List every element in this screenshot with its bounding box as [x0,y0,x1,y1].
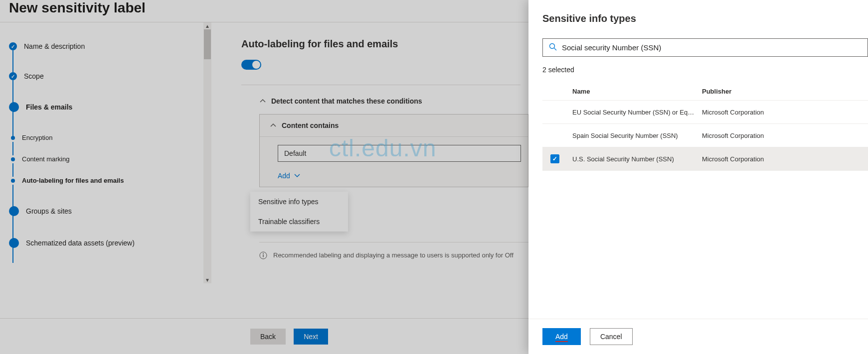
wizard-background: New sensitivity label ▲ ▼ Name & descrip… [0,0,528,354]
scroll-up-arrow-icon[interactable]: ▲ [205,23,210,28]
step-content-marking[interactable]: Content marking [9,155,206,163]
check-icon [9,42,17,50]
next-button[interactable]: Next [294,329,328,345]
row-publisher: Microsoft Corporation [702,155,868,163]
panel-add-button[interactable]: Add [542,328,581,345]
substep-dot-icon [11,179,15,183]
table-header: Name Publisher [542,83,868,101]
step-dot-icon [9,206,19,216]
menu-item-trainable-classifiers[interactable]: Trainable classifiers [250,212,348,232]
menu-item-sensitive-info-types[interactable]: Sensitive info types [250,192,348,212]
chevron-up-icon [270,122,277,129]
row-name: Spain Social Security Number (SSN) [572,132,702,139]
search-box[interactable] [542,38,868,57]
chevron-down-icon [294,172,300,180]
wizard-steps-column: ▲ ▼ Name & description Scope [0,22,211,353]
scroll-down-arrow-icon[interactable]: ▼ [205,277,210,282]
row-name: U.S. Social Security Number (SSN) [572,155,702,163]
check-icon [9,72,17,80]
content-column: Auto-labeling for files and emails Detec… [211,22,528,353]
step-current-icon [9,102,19,112]
panel-footer: Add Cancel [528,319,868,354]
step-scope[interactable]: Scope [9,72,206,80]
search-input[interactable] [562,43,862,52]
table-row[interactable]: EU Social Security Number (SSN) or Equ… … [542,101,868,124]
table-row[interactable]: U.S. Social Security Number (SSN) Micros… [542,147,868,171]
detect-conditions-header[interactable]: Detect content that matches these condit… [259,97,528,105]
page-title: New sensitivity label [0,0,528,22]
chevron-up-icon [259,98,266,105]
panel-cancel-button[interactable]: Cancel [590,328,633,345]
substep-dot-icon [11,136,15,140]
substep-dot-icon [11,157,15,161]
step-autolabeling[interactable]: Auto-labeling for files and emails [9,177,206,184]
column-header-name[interactable]: Name [572,88,702,95]
content-heading: Auto-labeling for files and emails [241,38,528,50]
wizard-footer: Back Next [0,318,528,354]
selected-count: 2 selected [542,66,868,74]
content-contains-header[interactable]: Content contains [260,115,528,137]
column-header-publisher[interactable]: Publisher [702,88,868,95]
step-name-description[interactable]: Name & description [9,42,206,50]
svg-point-1 [263,253,264,254]
row-checkbox[interactable] [550,154,559,163]
panel-title: Sensitive info types [542,13,868,24]
step-encryption[interactable]: Encryption [9,134,206,141]
table-row[interactable]: Spain Social Security Number (SSN) Micro… [542,124,868,147]
step-schematized-data[interactable]: Schematized data assets (preview) [9,238,206,248]
toggle-knob-icon [252,61,260,69]
row-publisher: Microsoft Corporation [702,132,868,139]
back-button[interactable]: Back [250,329,286,345]
add-dropdown-menu: Sensitive info types Trainable classifie… [250,192,348,232]
watermark-text: ctl.edu.vn [329,134,436,162]
info-icon [259,251,267,261]
results-table: Name Publisher EU Social Security Number… [542,83,868,171]
add-classifier-dropdown[interactable]: Add [260,170,528,187]
info-message: Recommended labeling and displaying a me… [259,242,528,261]
row-name: EU Social Security Number (SSN) or Equ… [572,109,702,116]
step-groups-sites[interactable]: Groups & sites [9,206,206,216]
svg-point-3 [550,44,555,49]
step-dot-icon [9,238,19,248]
row-publisher: Microsoft Corporation [702,109,868,116]
svg-line-4 [554,48,557,51]
sensitive-info-types-panel: Sensitive info types 2 selected Name Pub… [528,0,868,354]
step-files-emails[interactable]: Files & emails [9,102,206,112]
svg-rect-2 [263,255,263,257]
autolabel-toggle[interactable] [241,60,261,70]
search-icon [549,43,557,52]
